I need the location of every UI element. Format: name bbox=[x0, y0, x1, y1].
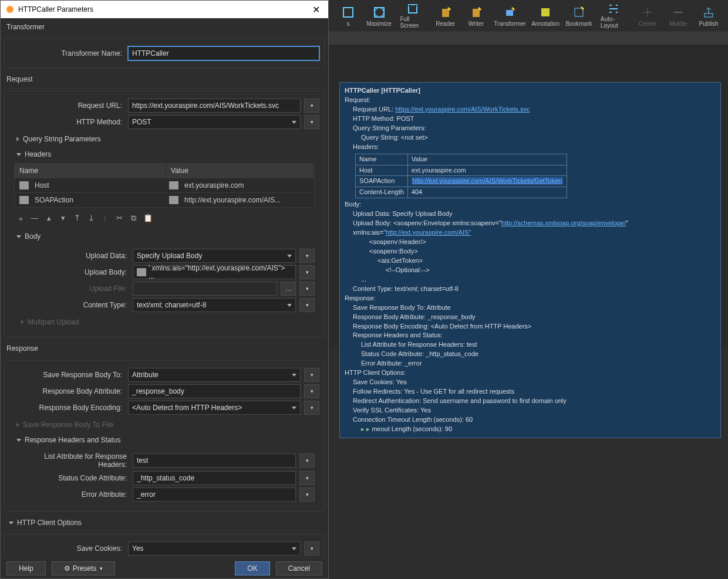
response-body-enc-select[interactable]: <Auto Detect from HTTP Headers> bbox=[128, 401, 301, 415]
expander-response-headers-status[interactable]: Response Headers and Status bbox=[9, 432, 319, 448]
status-code-attr-menu-button[interactable] bbox=[299, 471, 315, 485]
httpcaller-dialog: HTTPCaller Parameters ✕ Transformer Tran… bbox=[0, 0, 329, 579]
tooltip-soapaction-link[interactable]: http://ext.youraspire.com/AIS/WorkTicket… bbox=[412, 177, 563, 184]
tool-fullscreen[interactable]: Full Screen bbox=[395, 2, 429, 30]
row-icon bbox=[169, 181, 178, 189]
request-url-input[interactable] bbox=[128, 99, 301, 113]
status-code-attr-input[interactable] bbox=[133, 471, 296, 485]
list-attr-input[interactable] bbox=[133, 453, 296, 468]
expander-http-client-options[interactable]: HTTP Client Options bbox=[1, 514, 328, 531]
col-name[interactable]: Name bbox=[15, 164, 166, 178]
tool-publish[interactable]: Publish bbox=[694, 2, 723, 30]
upload-file-menu-button bbox=[299, 282, 315, 296]
chevron-right-icon bbox=[16, 137, 19, 141]
tool-middle: Middle bbox=[663, 2, 693, 30]
tooltip-url-link[interactable]: https://ext.youraspire.com/AIS/WorkTicke… bbox=[395, 106, 530, 113]
chevron-down-icon bbox=[9, 522, 14, 524]
chevron-down-icon bbox=[292, 374, 296, 377]
svg-rect-0 bbox=[343, 8, 353, 17]
tool-partial[interactable]: s bbox=[333, 2, 363, 30]
chevron-down-icon bbox=[16, 153, 21, 156]
paste-icon[interactable]: 📋 bbox=[143, 214, 151, 224]
table-row[interactable]: SOAPAction http://ext.youraspire.com/AIS… bbox=[15, 192, 314, 207]
cut-icon[interactable]: ✂ bbox=[115, 214, 123, 224]
tool-writer[interactable]: Writer bbox=[461, 2, 491, 30]
label-save-cookies: Save Cookies: bbox=[9, 544, 124, 553]
row-icon bbox=[19, 196, 29, 204]
presets-button[interactable]: ⚙Presets▾ bbox=[52, 561, 116, 575]
request-url-menu-button[interactable] bbox=[304, 99, 319, 113]
label-upload-data: Upload Data: bbox=[14, 252, 129, 260]
http-method-select[interactable]: POST bbox=[128, 115, 301, 129]
save-cookies-select[interactable]: Yes bbox=[128, 541, 301, 556]
content-type-select[interactable]: text/xml; charset=utf-8 bbox=[133, 298, 296, 312]
move-bottom-icon[interactable]: ⤓ bbox=[87, 214, 95, 224]
chevron-down-icon bbox=[292, 407, 296, 409]
expander-body[interactable]: Body bbox=[9, 229, 319, 244]
svg-point-11 bbox=[6, 6, 14, 13]
svg-rect-7 bbox=[575, 8, 583, 16]
label-status-code-attr: Status Code Attribute: bbox=[14, 474, 129, 482]
upload-body-input[interactable]: ' xmlns:ais="http://ext.youraspire.com/A… bbox=[133, 265, 296, 279]
chevron-down-icon: ▾ bbox=[100, 566, 103, 571]
section-response: Response bbox=[1, 340, 328, 358]
headers-table: Name Value Host ext.youraspire.com SOAPA… bbox=[14, 163, 315, 208]
tool-bookmark[interactable]: Bookmark bbox=[563, 2, 595, 30]
tool-maximize[interactable]: Maximize bbox=[364, 2, 394, 30]
remove-icon[interactable]: — bbox=[31, 214, 39, 224]
table-row[interactable]: Host ext.youraspire.com bbox=[15, 178, 314, 192]
response-body-enc-menu-button[interactable] bbox=[304, 401, 319, 415]
chevron-right-icon bbox=[16, 422, 19, 427]
close-icon[interactable]: ✕ bbox=[309, 4, 323, 15]
add-icon[interactable]: ＋ bbox=[16, 214, 25, 224]
canvas-tabstrip bbox=[329, 32, 728, 45]
svg-rect-6 bbox=[541, 8, 550, 16]
label-http-method: HTTP Method: bbox=[9, 118, 124, 126]
cancel-button[interactable]: Cancel bbox=[276, 561, 322, 575]
svg-rect-3 bbox=[442, 9, 449, 17]
tool-autolayout[interactable]: Auto-Layout bbox=[596, 2, 632, 30]
section-transformer: Transformer bbox=[1, 18, 328, 36]
move-down-icon[interactable]: ▾ bbox=[59, 214, 67, 224]
error-attr-input[interactable] bbox=[133, 487, 296, 502]
http-method-menu-button[interactable] bbox=[304, 115, 319, 129]
svg-point-9 bbox=[611, 12, 612, 13]
col-value[interactable]: Value bbox=[166, 164, 314, 178]
svg-rect-5 bbox=[506, 10, 513, 16]
section-request: Request bbox=[1, 70, 328, 89]
error-attr-menu-button[interactable] bbox=[299, 487, 315, 502]
tool-transformer[interactable]: Transformer bbox=[492, 2, 528, 30]
file-icon bbox=[137, 268, 146, 276]
expander-headers[interactable]: Headers bbox=[9, 147, 319, 162]
save-response-to-select[interactable]: Attribute bbox=[128, 368, 301, 382]
window-title: HTTPCaller Parameters bbox=[18, 5, 93, 13]
ok-button[interactable]: OK bbox=[235, 561, 269, 575]
tool-annotation[interactable]: Annotation bbox=[529, 2, 562, 30]
tool-reader[interactable]: Reader bbox=[431, 2, 460, 30]
response-body-attr-input[interactable] bbox=[128, 384, 301, 398]
upload-data-select[interactable]: Specify Upload Body bbox=[133, 249, 296, 263]
svg-rect-10 bbox=[705, 13, 713, 17]
tooltip-title: HTTPCaller [HTTPCaller] bbox=[345, 86, 716, 96]
tool-center: Center bbox=[633, 2, 662, 30]
move-up-icon[interactable]: ▴ bbox=[45, 214, 53, 224]
save-response-to-menu-button[interactable] bbox=[304, 368, 319, 382]
expander-query-string[interactable]: Query String Parameters bbox=[9, 131, 319, 147]
upload-body-menu-button[interactable] bbox=[299, 265, 315, 279]
row-icon bbox=[169, 196, 178, 204]
transformer-name-input[interactable] bbox=[128, 46, 319, 60]
label-error-attr: Error Attribute: bbox=[14, 490, 129, 499]
help-button[interactable]: Help bbox=[6, 561, 46, 575]
upload-file-input bbox=[133, 282, 277, 296]
tooltip-headers-table: NameValue Hostext.youraspire.com SOAPAct… bbox=[355, 154, 567, 199]
upload-data-menu-button[interactable] bbox=[299, 249, 315, 263]
move-top-icon[interactable]: ⤒ bbox=[73, 214, 81, 224]
list-attr-menu-button[interactable] bbox=[299, 453, 315, 468]
response-body-attr-menu-button[interactable] bbox=[304, 384, 319, 398]
chevron-down-icon bbox=[287, 255, 292, 258]
content-type-menu-button[interactable] bbox=[299, 298, 315, 312]
copy-icon[interactable]: ⧉ bbox=[129, 214, 137, 224]
save-cookies-menu-button[interactable] bbox=[304, 541, 319, 556]
chevron-down-icon bbox=[292, 547, 296, 550]
titlebar[interactable]: HTTPCaller Parameters ✕ bbox=[1, 1, 328, 18]
